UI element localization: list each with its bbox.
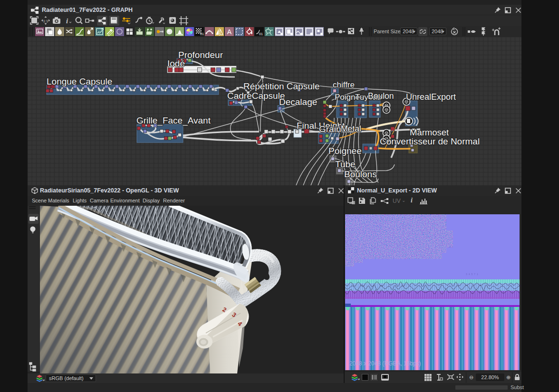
svg-text:2048 x 2048 (RGBA, 16bpc): 2048 x 2048 (RGBA, 16bpc) xyxy=(349,360,421,367)
svg-text:chiffre: chiffre xyxy=(333,80,355,89)
svg-text:Boulons: Boulons xyxy=(344,169,377,179)
svg-text:01: 01 xyxy=(259,32,263,36)
svg-text:Boulon: Boulon xyxy=(368,91,394,101)
svg-text:Grain: Grain xyxy=(319,124,341,134)
svg-text:Metal: Metal xyxy=(341,124,361,134)
svg-text:UnrealExport: UnrealExport xyxy=(406,92,456,102)
svg-text:A: A xyxy=(227,28,232,36)
svg-text:Répétition Capsule: Répétition Capsule xyxy=(243,81,320,91)
svg-text:Poignee: Poignee xyxy=(328,146,362,156)
svg-text:34571: 34571 xyxy=(466,273,480,276)
svg-text:Profondeur: Profondeur xyxy=(178,50,223,60)
svg-text:Longue Capsule: Longue Capsule xyxy=(47,76,112,86)
svg-text:Iodé: Iodé xyxy=(167,58,185,68)
svg-text:CadreCapsule: CadreCapsule xyxy=(227,91,285,101)
svg-text:Convertisseur de Normal: Convertisseur de Normal xyxy=(380,136,480,146)
svg-text:Marmoset: Marmoset xyxy=(410,127,449,137)
svg-text:Decalage: Decalage xyxy=(279,97,317,107)
svg-text:Tube: Tube xyxy=(335,159,356,169)
svg-text:Grille_Face_Avant: Grille_Face_Avant xyxy=(136,115,211,126)
svg-text:1:1: 1:1 xyxy=(43,19,48,23)
svg-text:01: 01 xyxy=(200,32,204,36)
svg-text:i: i xyxy=(66,17,68,25)
